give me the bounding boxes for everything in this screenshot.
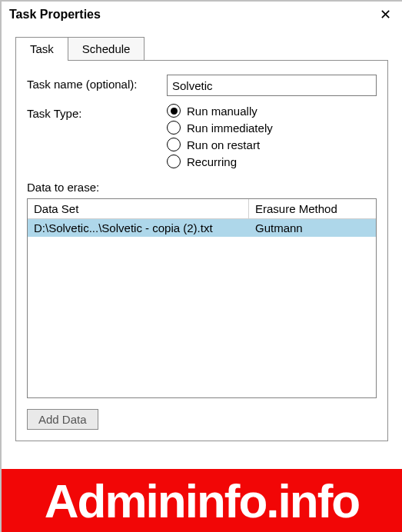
column-header-erasure-method[interactable]: Erasure Method — [249, 199, 376, 218]
window-title: Task Properties — [9, 8, 101, 22]
task-type-label: Task Type: — [27, 104, 167, 120]
data-to-erase-label: Data to erase: — [27, 181, 377, 194]
table-row[interactable]: D:\Solvetic...\Solvetic - copia (2).txt … — [28, 219, 376, 237]
tab-schedule[interactable]: Schedule — [68, 37, 145, 60]
tab-strip: Task Schedule — [15, 37, 388, 61]
radio-recurring-label[interactable]: Recurring — [187, 155, 237, 168]
cell-data-set: D:\Solvetic...\Solvetic - copia (2).txt — [28, 219, 249, 237]
close-icon[interactable]: ✕ — [376, 5, 394, 24]
add-data-button[interactable]: Add Data — [27, 409, 98, 430]
watermark-text: Admininfo.info — [45, 474, 359, 528]
radio-run-immediately-label[interactable]: Run immediately — [187, 121, 273, 135]
tab-panel-task: Task name (optional): Task Type: Run man… — [15, 61, 388, 441]
radio-run-immediately[interactable] — [167, 121, 181, 135]
task-name-label: Task name (optional): — [27, 75, 167, 91]
data-grid[interactable]: Data Set Erasure Method D:\Solvetic...\S… — [27, 198, 377, 398]
radio-run-on-restart[interactable] — [167, 138, 181, 151]
radio-run-manually-label[interactable]: Run manually — [187, 105, 257, 118]
cell-erasure-method: Gutmann — [249, 219, 376, 237]
radio-run-manually[interactable] — [167, 104, 181, 118]
radio-run-on-restart-label[interactable]: Run on restart — [187, 138, 260, 151]
radio-recurring[interactable] — [167, 155, 181, 168]
tab-task[interactable]: Task — [15, 37, 68, 61]
watermark-overlay: Admininfo.info — [2, 469, 402, 532]
task-name-input[interactable] — [167, 75, 377, 96]
column-header-data-set[interactable]: Data Set — [28, 199, 249, 218]
